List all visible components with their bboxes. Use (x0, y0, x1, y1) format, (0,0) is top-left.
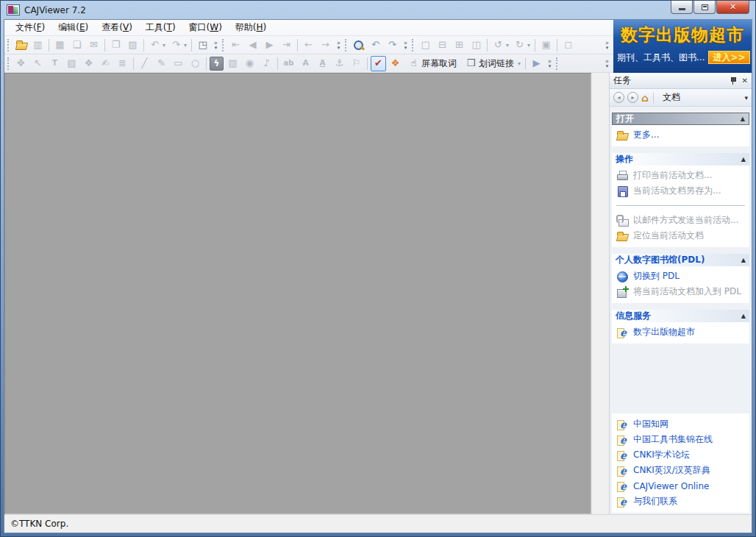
collapse-icon[interactable]: ▲ (741, 156, 746, 163)
menu-item-file[interactable]: 文件(F) (9, 20, 51, 35)
menu-item-window[interactable]: 窗口(W) (182, 20, 229, 35)
forward-view-button[interactable]: → (318, 38, 333, 53)
link-reference-books-online[interactable]: 中国工具书集锦在线 (613, 432, 748, 447)
word-link-button[interactable]: ❒划词链接 (462, 56, 518, 71)
fullscreen-button[interactable]: ▣ (538, 38, 554, 53)
anchor-annotation-button[interactable]: ⚓ (332, 56, 347, 71)
select-tool-button[interactable]: ↖ (30, 56, 46, 71)
note-tool-button[interactable]: ≣ (115, 56, 130, 71)
toolbar-overflow-button[interactable]: »▾ (602, 56, 612, 71)
toolbar-overflow-button[interactable]: »▾ (211, 38, 221, 53)
pencil-tool-button[interactable]: ✎ (154, 56, 169, 71)
properties-button[interactable]: ◳ (195, 38, 210, 53)
banner-enter-button[interactable]: 进入>> (708, 51, 749, 64)
annotation-select-button[interactable]: ❖ (81, 56, 96, 71)
section-header-pdl[interactable]: 个人数字图书馆(PDL)▲ (612, 254, 749, 266)
section-header-actions[interactable]: 操作▲ (612, 153, 749, 166)
dropdown-caret-icon[interactable]: ▾ (163, 42, 165, 49)
add-annotation-button[interactable]: ✍ (98, 56, 113, 71)
dropdown-caret-icon[interactable]: ▾ (506, 42, 509, 49)
strikeout-text-button[interactable]: A (298, 56, 313, 71)
rectangle-tool-button[interactable]: ▭ (171, 56, 186, 71)
copy-button[interactable]: ❐ (108, 38, 124, 53)
next-page-button[interactable]: ▶ (262, 38, 277, 53)
ellipse-tool-button[interactable]: ○ (188, 56, 203, 71)
new-window-button[interactable]: ◻ (560, 38, 576, 53)
underline-text-button[interactable]: A (315, 56, 330, 71)
link-contact-us[interactable]: 与我们联系 (613, 494, 748, 509)
task-back-button[interactable]: ◂ (613, 92, 624, 103)
zoom-tool-button[interactable] (351, 38, 366, 53)
image-tool-button[interactable]: ▧ (225, 56, 240, 71)
print-preview-button[interactable]: ❏ (69, 38, 85, 53)
toolbar-grip[interactable] (556, 57, 558, 70)
dropdown-caret-icon[interactable]: ▾ (184, 42, 187, 49)
stamp-tool-button[interactable]: ⚐ (349, 56, 364, 71)
email-attach-button[interactable]: ✉ (86, 38, 101, 53)
task-pane-close-icon[interactable]: ✕ (742, 77, 748, 85)
toolbar-grip[interactable] (7, 39, 10, 51)
toolbar-overflow-button[interactable]: »▾ (401, 38, 410, 53)
menu-item-edit[interactable]: 编辑(E) (51, 20, 95, 35)
dropdown-caret-icon[interactable]: ▾ (527, 42, 530, 49)
rotate-right-button[interactable]: ↻ (512, 38, 527, 53)
more-documents-link[interactable]: 更多... (613, 127, 748, 143)
menu-item-view[interactable]: 查看(V) (95, 20, 139, 35)
save-button[interactable]: ▥ (30, 38, 46, 53)
menu-item-tools[interactable]: 工具(T) (139, 20, 182, 35)
paste-button[interactable]: ▨ (125, 38, 140, 53)
toolbar-overflow-button[interactable]: »▾ (602, 38, 612, 53)
digital-publication-market-link[interactable]: 数字出版物超市 (613, 324, 748, 340)
sound-tool-button[interactable]: ♪ (259, 56, 274, 71)
annotation-panel-button[interactable]: ✔ (371, 56, 386, 71)
media-tool-button[interactable]: ◉ (242, 56, 257, 71)
dropdown-caret-icon[interactable]: ▾ (518, 60, 521, 67)
last-page-button[interactable]: ⇥ (279, 38, 294, 53)
section-header-info[interactable]: 信息服务▲ (612, 310, 749, 322)
previous-page-button[interactable]: ◀ (245, 38, 260, 53)
view-selector-caret-icon[interactable]: ▾ (744, 94, 748, 102)
view-selector[interactable]: 文档 (663, 91, 680, 104)
collapse-icon[interactable]: ▲ (741, 313, 746, 319)
link-cajviewer-online[interactable]: CAJViewer Online (613, 478, 748, 494)
minimize-button[interactable] (671, 1, 693, 14)
home-icon[interactable]: ⌂ (641, 93, 649, 103)
hand-tool-button[interactable]: ✥ (13, 56, 29, 71)
continuous-facing-button[interactable]: ⊞ (452, 38, 467, 53)
collapse-icon[interactable]: ▲ (741, 257, 746, 263)
open-button[interactable] (13, 38, 29, 53)
line-tool-button[interactable]: ╱ (137, 56, 152, 71)
link-cnki[interactable]: 中国知网 (613, 416, 748, 432)
menu-item-help[interactable]: 帮助(H) (229, 20, 273, 35)
text-select-button[interactable]: T (47, 56, 63, 71)
single-page-button[interactable]: □ (418, 38, 433, 53)
pin-icon[interactable] (730, 77, 737, 85)
toolbar-grip[interactable] (412, 39, 414, 51)
next-view-button[interactable]: ↷ (385, 38, 400, 53)
knowledge-network-button[interactable]: ❖ (388, 56, 403, 71)
facing-page-button[interactable]: ◫ (468, 38, 484, 53)
section-header-open[interactable]: 打开▲ (612, 113, 749, 125)
document-area[interactable] (4, 73, 591, 514)
previous-view-button[interactable]: ↶ (368, 38, 383, 53)
toolbar-grip[interactable] (345, 39, 347, 51)
switch-to-pdl[interactable]: 切换到 PDL (613, 268, 748, 284)
link-cnki-forum[interactable]: CNKI学术论坛 (613, 447, 748, 463)
restore-button[interactable] (693, 1, 716, 14)
image-select-button[interactable]: ▧ (64, 56, 79, 71)
screen-word-capture-button[interactable]: ☝屏幕取词 (404, 56, 460, 71)
toolbar-grip[interactable] (222, 39, 224, 51)
play-button[interactable]: ▶ (529, 56, 544, 71)
toolbar-overflow-button[interactable]: »▾ (334, 38, 343, 53)
redo-button[interactable]: ↷ (168, 38, 184, 53)
first-page-button[interactable]: ⇤ (228, 38, 243, 53)
promo-banner[interactable]: 数字出版物超市 期刊、工具书、图书... 进入>> (613, 20, 752, 73)
close-button[interactable]: ✕ (716, 1, 749, 14)
toolbar-grip[interactable] (7, 57, 10, 70)
link-cnki-dictionary[interactable]: CNKI英汉/汉英辞典 (613, 463, 748, 478)
highlight-text-button[interactable]: ab (281, 56, 296, 71)
collapse-icon[interactable]: ▲ (741, 115, 745, 122)
print-button[interactable]: ▦ (52, 38, 68, 53)
rotate-left-button[interactable]: ↺ (491, 38, 506, 53)
task-forward-button[interactable]: ▸ (627, 92, 638, 103)
